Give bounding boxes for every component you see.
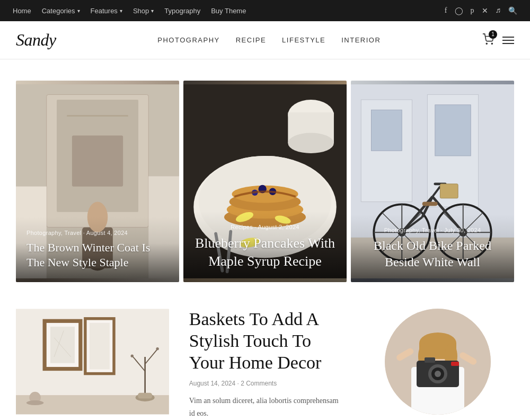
svg-point-70 <box>131 354 134 357</box>
article-meta: August 14, 2024 · 2 Comments <box>189 380 341 387</box>
svg-rect-73 <box>138 393 152 399</box>
avatar-image <box>385 309 491 415</box>
pinterest-icon[interactable]: p <box>471 6 474 15</box>
card-overlay-bike: Photography, Travel · July 30, 2024 Blac… <box>351 214 514 282</box>
card-pancakes[interactable]: Recipes · August 2, 2024 Blueberry Panca… <box>183 81 347 282</box>
main-content: Photography, Travel · August 4, 2024 The… <box>0 59 530 420</box>
svg-rect-62 <box>50 327 75 363</box>
hamburger-menu[interactable] <box>502 37 514 44</box>
bottom-article: Baskets To Add A Stylish Touch To Your H… <box>173 303 357 420</box>
svg-rect-90 <box>425 357 435 363</box>
avatar <box>385 309 491 415</box>
card-meta-bike: Photography, Travel · July 30, 2024 <box>361 227 504 233</box>
svg-rect-57 <box>440 184 458 198</box>
nav-photography[interactable]: PHOTOGRAPHY <box>157 36 219 44</box>
facebook-icon[interactable]: f <box>445 6 447 15</box>
nav-lifestyle[interactable]: LIFESTYLE <box>282 36 325 44</box>
svg-point-89 <box>435 371 441 377</box>
card-bike[interactable]: Photography, Travel · July 30, 2024 Blac… <box>351 81 514 282</box>
x-twitter-icon[interactable]: ✕ <box>482 6 488 15</box>
svg-rect-5 <box>67 115 128 117</box>
interior-image <box>16 303 169 420</box>
svg-point-0 <box>486 43 487 44</box>
bottom-row: Baskets To Add A Stylish Touch To Your H… <box>16 303 514 420</box>
card-overlay-coat: Photography, Travel · August 4, 2024 The… <box>16 217 179 282</box>
svg-rect-35 <box>435 105 471 156</box>
chevron-icon: ▾ <box>151 8 154 14</box>
menu-line <box>502 40 514 41</box>
svg-point-75 <box>26 400 43 405</box>
topnav-categories-label: Categories <box>42 7 75 15</box>
topnav-home[interactable]: Home <box>13 7 31 15</box>
search-icon[interactable]: 🔍 <box>508 6 517 15</box>
svg-rect-56 <box>422 202 438 206</box>
svg-point-71 <box>156 347 158 350</box>
card-title-pancakes: Blueberry Pancakes With Maple Syrup Reci… <box>194 234 336 270</box>
cart-button[interactable]: 1 <box>482 33 494 47</box>
top-bar-nav: Home Categories ▾ Features ▾ Shop ▾ Typo… <box>13 7 246 15</box>
instagram-icon[interactable]: ◯ <box>455 6 463 15</box>
featured-grid: Photography, Travel · August 4, 2024 The… <box>16 81 514 282</box>
card-meta-pancakes: Recipes · August 2, 2024 <box>194 224 336 230</box>
site-logo[interactable]: Sandy <box>16 30 56 50</box>
topnav-categories[interactable]: Categories ▾ <box>42 7 80 15</box>
bottom-right-card <box>361 303 514 415</box>
social-icons: f ◯ p ✕ ♬ 🔍 <box>445 6 517 15</box>
card-title-coat: The Brown Winter Coat Is The New Style S… <box>26 240 169 270</box>
svg-rect-33 <box>372 110 402 151</box>
nav-recipe[interactable]: RECIPE <box>236 36 266 44</box>
tiktok-icon[interactable]: ♬ <box>496 6 501 15</box>
menu-line <box>502 43 514 44</box>
topnav-features[interactable]: Features ▾ <box>91 7 122 15</box>
card-meta-coat: Photography, Travel · August 4, 2024 <box>26 230 169 236</box>
card-coat[interactable]: Photography, Travel · August 4, 2024 The… <box>16 81 179 282</box>
svg-point-1 <box>491 43 492 44</box>
chevron-icon: ▾ <box>120 8 122 14</box>
header-right: 1 <box>482 33 514 47</box>
nav-interior[interactable]: INTERIOR <box>341 36 381 44</box>
article-excerpt: Vim an solum diceret, alia lobortis comp… <box>189 395 341 420</box>
topnav-typography[interactable]: Typography <box>164 7 200 15</box>
card-overlay-pancakes: Recipes · August 2, 2024 Blueberry Panca… <box>183 211 347 282</box>
bottom-left-card[interactable] <box>16 303 169 420</box>
topnav-buytheme[interactable]: Buy Theme <box>211 7 246 15</box>
svg-rect-91 <box>451 362 459 366</box>
topnav-shop-label: Shop <box>133 7 149 15</box>
card-title-bike: Black Old Bike Parked Beside White Wall <box>361 238 504 270</box>
topnav-features-label: Features <box>91 7 118 15</box>
menu-line <box>502 37 514 38</box>
header: Sandy PHOTOGRAPHY RECIPE LIFESTYLE INTER… <box>0 21 530 59</box>
topnav-shop[interactable]: Shop ▾ <box>133 7 154 15</box>
svg-point-27 <box>288 133 334 154</box>
cart-badge: 1 <box>489 30 497 39</box>
main-nav: PHOTOGRAPHY RECIPE LIFESTYLE INTERIOR <box>157 36 381 44</box>
top-bar: Home Categories ▾ Features ▾ Shop ▾ Typo… <box>0 0 530 21</box>
chevron-icon: ▾ <box>77 8 80 14</box>
svg-rect-66 <box>90 323 110 370</box>
article-title[interactable]: Baskets To Add A Stylish Touch To Your H… <box>189 309 341 373</box>
svg-rect-6 <box>72 135 123 186</box>
